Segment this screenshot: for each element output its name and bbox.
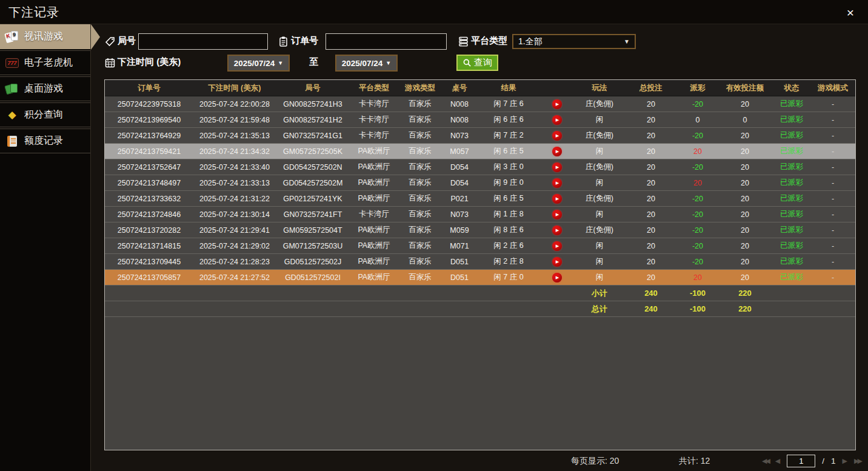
cell-replay	[540, 175, 574, 190]
sidebar-item-slots[interactable]: 777 电子老虎机	[0, 50, 90, 75]
next-page-icon[interactable]: ▶	[843, 458, 847, 464]
cell-game-type: 百家乐	[398, 207, 442, 222]
cell-valid-bet: 20	[718, 254, 772, 269]
cell-result: 闲 8 庄 6	[477, 222, 540, 238]
table-row[interactable]: 250724213764929 2025-07-24 21:35:13 GN07…	[105, 128, 855, 144]
platform-type-label: 平台类型	[471, 35, 507, 47]
cell-table-no: N073	[442, 128, 477, 143]
cell-valid-bet: 20	[718, 128, 772, 143]
cell-game-mode: -	[812, 144, 854, 159]
date-from-picker[interactable]: 2025/07/24 ▼	[227, 55, 290, 72]
cell-table-no: D054	[442, 159, 477, 175]
sidebar-item-quota-records[interactable]: 额度记录	[0, 129, 90, 153]
cell-play: 闲	[574, 175, 625, 190]
cell-platform: PA欧洲厅	[350, 222, 398, 238]
cell-bet-time: 2025-07-24 21:59:48	[193, 112, 276, 127]
cell-status: 已派彩	[772, 254, 812, 269]
sidebar-item-label: 视讯游戏	[24, 30, 63, 43]
date-to-picker[interactable]: 2025/07/24 ▼	[335, 55, 398, 72]
filter-bar: 局号 订单号 平台类型 1.全部 ▼ 下注时间 (美东) 2025/07/24 …	[91, 24, 868, 79]
cell-order-no: 250724213724846	[105, 207, 193, 222]
page-number-input[interactable]	[787, 455, 815, 467]
cell-total-bet: 20	[625, 144, 677, 159]
cell-round-no: GN008257241H2	[276, 112, 350, 127]
cell-platform: PA欧洲厅	[350, 270, 398, 285]
cell-payout: -20	[677, 96, 718, 112]
sidebar-item-points[interactable]: ◆ 积分查询	[0, 102, 90, 127]
platform-type-value: 1.全部	[518, 36, 542, 47]
cell-result: 闲 2 庄 8	[477, 254, 540, 269]
cell-payout: -20	[677, 222, 718, 238]
table-row[interactable]: 250724213969540 2025-07-24 21:59:48 GN00…	[105, 112, 855, 128]
document-icon	[7, 136, 17, 147]
replay-play-icon[interactable]	[552, 178, 562, 188]
sidebar-item-table-games[interactable]: 桌面游戏	[0, 76, 90, 101]
search-button[interactable]: 查询	[456, 55, 498, 71]
last-page-icon[interactable]: ▶▶	[854, 458, 861, 464]
replay-play-icon[interactable]	[552, 194, 562, 204]
sidebar-item-live-games[interactable]: K9 视讯游戏	[0, 24, 90, 49]
cell-table-no: N073	[442, 207, 477, 222]
cell-play: 庄(免佣)	[574, 159, 625, 175]
table-row[interactable]: 250724213714815 2025-07-24 21:29:02 GM07…	[105, 238, 855, 254]
replay-play-icon[interactable]	[552, 241, 562, 251]
cell-bet-time: 2025-07-24 21:31:22	[193, 191, 276, 206]
cell-game-type: 百家乐	[398, 191, 442, 206]
replay-play-icon[interactable]	[552, 210, 562, 219]
total-total-bet: 240	[625, 301, 677, 316]
replay-play-icon[interactable]	[552, 225, 562, 235]
replay-play-icon[interactable]	[552, 257, 562, 267]
round-no-input[interactable]	[138, 33, 268, 50]
cell-play: 闲	[574, 144, 625, 159]
replay-play-icon[interactable]	[552, 99, 562, 109]
search-icon	[462, 58, 472, 67]
green-cards-icon	[5, 84, 19, 95]
cell-game-mode: -	[812, 238, 854, 253]
search-button-label: 查询	[474, 57, 492, 68]
cell-order-no: 250724213764929	[105, 128, 193, 143]
cell-round-no: GM0592572504T	[276, 222, 350, 238]
cell-status: 已派彩	[772, 96, 812, 112]
platform-type-select[interactable]: 1.全部 ▼	[512, 34, 636, 49]
cell-table-no: N008	[442, 96, 477, 112]
order-no-input[interactable]	[326, 33, 447, 50]
cell-payout: -20	[677, 207, 718, 222]
replay-play-icon[interactable]	[552, 273, 562, 282]
bet-time-label: 下注时间 (美东)	[118, 56, 181, 68]
close-icon[interactable]: ×	[843, 5, 858, 21]
col-header-result: 结果	[477, 80, 540, 96]
cell-platform: PA欧洲厅	[350, 144, 398, 159]
page-title: 下注记录	[8, 0, 59, 24]
round-no-label: 局号	[118, 35, 136, 47]
cell-result: 闲 1 庄 8	[477, 207, 540, 222]
col-header-total-bet: 总投注	[625, 80, 677, 96]
cell-result: 闲 6 庄 6	[477, 112, 540, 127]
table-row[interactable]: 250724213752647 2025-07-24 21:33:40 GD05…	[105, 159, 855, 175]
table-row[interactable]: 250724213709445 2025-07-24 21:28:23 GD05…	[105, 254, 855, 270]
cell-game-type: 百家乐	[398, 159, 442, 175]
table-row[interactable]: 250724213759421 2025-07-24 21:34:32 GM05…	[105, 144, 855, 159]
total-label: 总计	[574, 301, 625, 316]
replay-play-icon[interactable]	[552, 115, 562, 125]
cell-status: 已派彩	[772, 207, 812, 222]
col-header-play: 玩法	[574, 80, 625, 96]
cell-play: 闲	[574, 207, 625, 222]
cell-valid-bet: 20	[718, 175, 772, 190]
prev-page-icon[interactable]: ◀	[775, 458, 780, 464]
table-row[interactable]: 250724213748497 2025-07-24 21:33:13 GD05…	[105, 175, 855, 191]
table-row[interactable]: 250724213705857 2025-07-24 21:27:52 GD05…	[105, 270, 855, 286]
replay-play-icon[interactable]	[552, 147, 562, 156]
first-page-icon[interactable]: ◀◀	[762, 458, 769, 464]
date-to-value: 2025/07/24	[342, 59, 383, 68]
table-row[interactable]: 250724213724846 2025-07-24 21:30:14 GN07…	[105, 207, 855, 222]
cell-table-no: P021	[442, 191, 477, 206]
cell-round-no: GP021257241YK	[276, 191, 350, 206]
table-row[interactable]: 250724223975318 2025-07-24 22:00:28 GN00…	[105, 96, 855, 112]
cell-valid-bet: 0	[718, 112, 772, 127]
replay-play-icon[interactable]	[552, 131, 562, 141]
table-row[interactable]: 250724213720282 2025-07-24 21:29:41 GM05…	[105, 222, 855, 238]
date-from-value: 2025/07/24	[234, 59, 275, 68]
table-row[interactable]: 250724213733632 2025-07-24 21:31:22 GP02…	[105, 191, 855, 207]
cell-game-type: 百家乐	[398, 270, 442, 285]
replay-play-icon[interactable]	[552, 162, 562, 172]
